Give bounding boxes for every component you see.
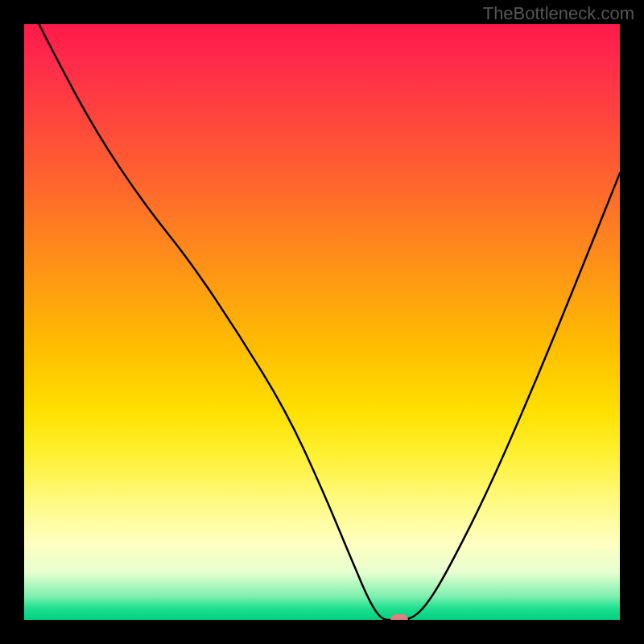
chart-plot-area [24, 24, 620, 620]
chart-curve-svg [24, 24, 620, 620]
watermark-text: TheBottleneck.com [483, 3, 634, 24]
bottleneck-curve-line [24, 24, 620, 620]
optimal-point-marker [390, 614, 408, 620]
